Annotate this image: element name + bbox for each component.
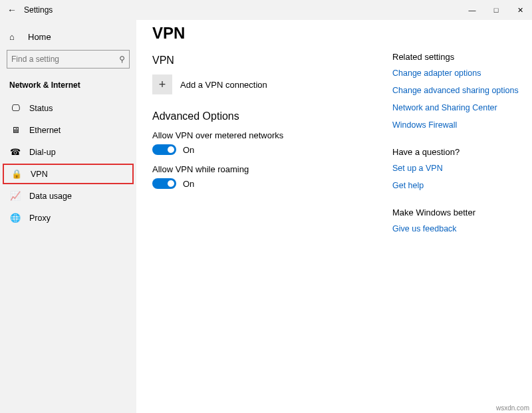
datausage-icon: 📈 (9, 191, 21, 201)
dialup-icon: ☎ (9, 147, 21, 157)
titlebar: ← Settings — □ ✕ (0, 0, 532, 20)
window-title: Settings (24, 5, 53, 15)
vpn-icon: 🔒 (11, 169, 23, 179)
sidebar-item-label: Data usage (29, 192, 72, 201)
sidebar-item-label: Dial-up (29, 148, 56, 157)
sidebar-item-datausage[interactable]: 📈 Data usage (0, 186, 136, 206)
search-icon: ⚲ (119, 55, 125, 64)
link-nsc[interactable]: Network and Sharing Center (392, 103, 519, 112)
link-firewall[interactable]: Windows Firewall (392, 120, 519, 130)
advanced-header: Advanced Options (152, 110, 392, 122)
search-input[interactable] (11, 55, 119, 64)
metered-toggle[interactable] (152, 144, 176, 155)
metered-state: On (183, 145, 194, 155)
add-vpn-label: Add a VPN connection (180, 80, 267, 90)
sidebar: ⌂ Home ⚲ Network & Internet 🖵 Status 🖥 E… (0, 20, 136, 413)
link-feedback[interactable]: Give us feedback (392, 224, 519, 233)
search-box[interactable]: ⚲ (7, 50, 130, 69)
related-header: Related settings (392, 52, 519, 62)
sidebar-item-label: VPN (31, 170, 48, 179)
question-header: Have a question? (392, 147, 519, 157)
home-label: Home (28, 32, 51, 42)
add-vpn-button[interactable]: + Add a VPN connection (152, 74, 392, 94)
link-setup-vpn[interactable]: Set up a VPN (392, 164, 519, 173)
sidebar-item-proxy[interactable]: 🌐 Proxy (0, 207, 136, 228)
status-icon: 🖵 (9, 103, 21, 113)
category-header: Network & Internet (0, 78, 136, 96)
link-sharing[interactable]: Change advanced sharing options (392, 86, 519, 95)
back-button[interactable]: ← (5, 5, 19, 15)
sidebar-item-label: Status (29, 104, 53, 113)
close-button[interactable]: ✕ (508, 0, 532, 20)
sidebar-item-vpn[interactable]: 🔒 VPN (3, 164, 134, 184)
roaming-label: Allow VPN while roaming (152, 164, 392, 174)
link-get-help[interactable]: Get help (392, 181, 519, 190)
sidebar-item-label: Ethernet (29, 126, 61, 135)
vpn-section-header: VPN (152, 55, 392, 67)
roaming-state: On (183, 179, 194, 189)
minimize-button[interactable]: — (460, 0, 484, 20)
better-header: Make Windows better (392, 207, 519, 217)
proxy-icon: 🌐 (9, 213, 21, 223)
link-adapter[interactable]: Change adapter options (392, 69, 519, 78)
watermark: wsxdn.com (496, 404, 529, 412)
home-icon: ⌂ (9, 32, 21, 42)
sidebar-item-label: Proxy (29, 213, 51, 223)
page-title: VPN (152, 24, 392, 43)
right-column: Related settings Change adapter options … (392, 24, 519, 413)
roaming-toggle[interactable] (152, 178, 176, 189)
sidebar-item-dialup[interactable]: ☎ Dial-up (0, 142, 136, 162)
plus-icon: + (152, 74, 172, 94)
maximize-button[interactable]: □ (484, 0, 508, 20)
metered-label: Allow VPN over metered networks (152, 130, 392, 140)
sidebar-item-status[interactable]: 🖵 Status (0, 98, 136, 118)
home-button[interactable]: ⌂ Home (0, 27, 136, 50)
ethernet-icon: 🖥 (9, 125, 21, 135)
main-content: VPN VPN + Add a VPN connection Advanced … (152, 24, 392, 413)
sidebar-item-ethernet[interactable]: 🖥 Ethernet (0, 120, 136, 140)
